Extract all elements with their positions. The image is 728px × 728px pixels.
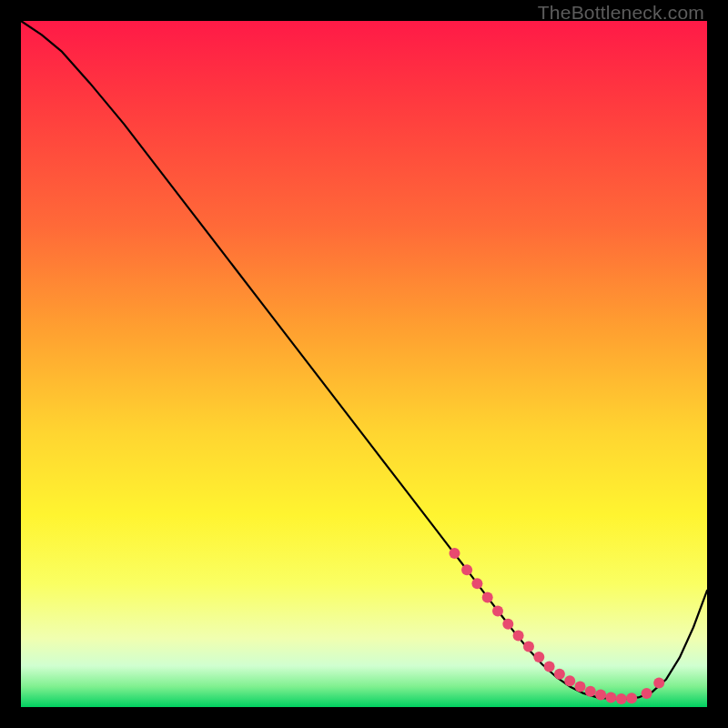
curve-markers [450, 548, 665, 704]
curve-marker [482, 592, 493, 602]
curve-marker [642, 688, 652, 699]
curve-marker [616, 693, 627, 704]
curve-marker [554, 669, 565, 680]
curve-marker [533, 652, 544, 662]
curve-marker [605, 692, 616, 703]
curve-marker [523, 642, 534, 652]
curve-marker [502, 619, 513, 630]
curve-marker [461, 564, 472, 575]
curve-marker [564, 675, 575, 686]
curve-marker [492, 605, 503, 616]
watermark-text: TheBottleneck.com [538, 2, 704, 24]
curve-marker [450, 548, 460, 559]
chart-frame: TheBottleneck.com [0, 0, 728, 728]
curve-marker [471, 578, 482, 589]
curve-marker [595, 689, 606, 700]
chart-plot-area [21, 21, 707, 707]
curve-marker [626, 693, 637, 703]
curve-marker [544, 662, 555, 672]
chart-svg [21, 21, 707, 707]
curve-marker [585, 686, 596, 697]
bottleneck-curve [21, 21, 707, 699]
curve-marker [513, 631, 524, 642]
curve-marker [653, 678, 664, 689]
curve-marker [575, 681, 586, 692]
